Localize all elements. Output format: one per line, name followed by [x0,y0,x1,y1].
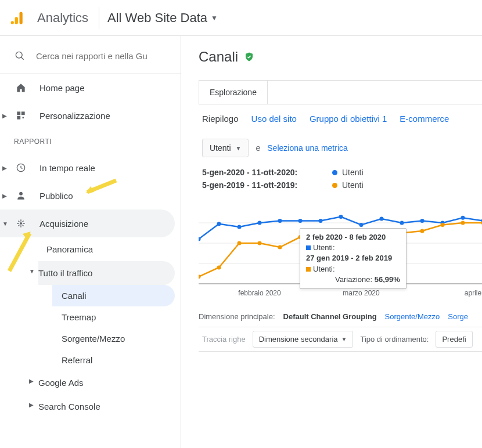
caret-right-icon: ▶ [2,193,7,199]
leaf-channels[interactable]: Canali [52,285,175,306]
sort-type-selector[interactable]: Predefi [436,331,472,348]
svg-rect-6 [21,111,25,115]
subnav-overview[interactable]: Panoramica [38,237,175,261]
subtab-ecommerce[interactable]: E-commerce [400,114,449,124]
view-selector-label: All Web Site Data [107,10,207,26]
primary-dimension-value[interactable]: Default Channel Grouping [283,312,377,321]
svg-point-42 [420,229,425,233]
report-tabs: Esplorazione [199,80,482,104]
primary-dimension-label: Dimensione principale: [199,312,275,321]
svg-point-11 [20,222,22,225]
svg-point-32 [217,266,221,270]
person-icon [15,190,27,201]
sidebar-item-acquisition[interactable]: ▼ Acquisizione [0,209,175,237]
top-bar: Analytics All Web Site Data ▼ [0,0,482,36]
svg-point-3 [16,52,22,58]
sidebar-item-realtime[interactable]: ▶ In tempo reale [0,154,181,182]
subnav-google-ads[interactable]: ▶ Google Ads [38,371,175,395]
caret-down-icon: ▼ [29,268,35,274]
svg-text:aprile: aprile [465,289,482,297]
leaf-source-medium[interactable]: Sorgente/Mezzo [52,328,175,349]
svg-point-17 [217,222,221,226]
verified-shield-icon [244,52,254,62]
legend-range-previous: 5-gen-2019 - 11-ott-2019: [202,180,330,190]
subnav-search-console[interactable]: ▶ Search Console [38,395,175,418]
svg-point-34 [258,241,262,245]
svg-point-44 [461,221,465,225]
svg-point-33 [238,241,242,245]
legend-dot-orange [332,183,337,188]
all-traffic-subnav: Canali Treemap Sorgente/Mezzo Referral [38,285,181,371]
svg-point-43 [441,223,445,227]
tooltip-swatch-orange [306,267,311,272]
search-input[interactable] [36,51,152,61]
sort-type-label: Tipo di ordinamento: [360,335,429,344]
page-title: Canali [199,49,238,65]
chevron-down-icon: ▼ [341,336,347,342]
svg-point-19 [258,221,262,225]
page-title-row: Canali [199,49,482,65]
select-metric-link[interactable]: Seleziona una metrica [267,143,348,153]
search-row [0,41,181,74]
leaf-referral[interactable]: Referral [52,349,175,371]
legend-dot-blue [332,170,337,175]
tooltip-range1: 2 feb 2020 - 8 feb 2020 [306,232,400,243]
svg-text:febbraio 2020: febbraio 2020 [238,289,281,297]
sidebar-section-label: RAPPORTI [0,129,181,154]
svg-point-26 [400,221,404,225]
primary-dimension-row: Dimensione principale: Default Channel G… [199,303,482,327]
caret-right-icon: ▶ [2,165,7,171]
controls-row: Traccia righe Dimensione secondaria ▼ Ti… [199,327,482,352]
sidebar-item-customization[interactable]: ▶ Personalizzazione [0,102,181,129]
svg-line-4 [21,57,24,60]
view-selector[interactable]: All Web Site Data ▼ [107,10,218,26]
chart-tooltip: 2 feb 2020 - 8 feb 2020 Utenti: 27 gen 2… [300,228,407,289]
ga-logo [0,10,35,26]
metric-selector[interactable]: Utenti ▼ [202,139,249,157]
caret-down-icon: ▼ [2,221,8,227]
leaf-treemap[interactable]: Treemap [52,306,175,328]
plot-rows-button[interactable]: Traccia righe [199,335,246,344]
subtab-summary[interactable]: Riepilogo [202,114,239,124]
chevron-down-icon: ▼ [211,14,218,22]
sidebar-label: In tempo reale [39,163,95,173]
main-content: Canali Esplorazione Riepilogo Uso del si… [181,36,482,448]
dim-source-medium[interactable]: Sorgente/Mezzo [385,312,440,321]
svg-point-24 [359,223,364,227]
sidebar-label: Pubblico [39,191,73,201]
secondary-dimension-selector[interactable]: Dimensione secondaria ▼ [253,331,354,348]
sidebar-label: Acquisizione [39,219,88,229]
acquisition-icon [15,218,27,229]
sidebar-label: Personalizzazione [39,111,110,121]
acquisition-subnav: Panoramica ▼ Tutto il traffico Canali Tr… [0,237,181,418]
legend-series-label: Utenti [342,168,364,177]
customize-icon [15,110,27,121]
metric-row: Utenti ▼ e Seleziona una metrica [199,133,482,168]
svg-point-22 [319,219,323,223]
brand-label: Analytics [35,10,96,26]
dim-source[interactable]: Sorge [448,312,468,321]
clock-icon [15,162,27,174]
svg-point-20 [278,219,282,223]
svg-point-25 [380,217,384,221]
svg-rect-1 [15,17,18,24]
chart[interactable]: febbraio 2020marzo 2020aprile 2 feb 2020… [199,197,482,303]
tooltip-range2: 27 gen 2019 - 2 feb 2019 [306,253,400,263]
svg-rect-0 [20,12,23,24]
tooltip-swatch-blue [306,245,311,250]
home-icon [15,82,27,93]
subtab-site-usage[interactable]: Uso del sito [251,114,297,124]
sidebar-item-audience[interactable]: ▶ Pubblico [0,182,181,209]
subnav-all-traffic[interactable]: ▼ Tutto il traffico [38,261,175,285]
svg-rect-8 [23,117,24,119]
subtab-goal-group[interactable]: Gruppo di obiettivi 1 [310,114,387,124]
chart-legend: 5-gen-2020 - 11-ott-2020: Utenti 5-gen-2… [199,168,482,197]
chevron-down-icon: ▼ [236,145,242,151]
legend-range-current: 5-gen-2020 - 11-ott-2020: [202,168,330,177]
subtabs: Riepilogo Uso del sito Gruppo di obietti… [199,104,482,133]
svg-point-2 [11,21,14,24]
sidebar-item-home[interactable]: Home page [0,74,181,102]
search-icon [14,50,26,62]
tab-exploration[interactable]: Esplorazione [199,81,268,104]
caret-right-icon: ▶ [2,113,7,119]
